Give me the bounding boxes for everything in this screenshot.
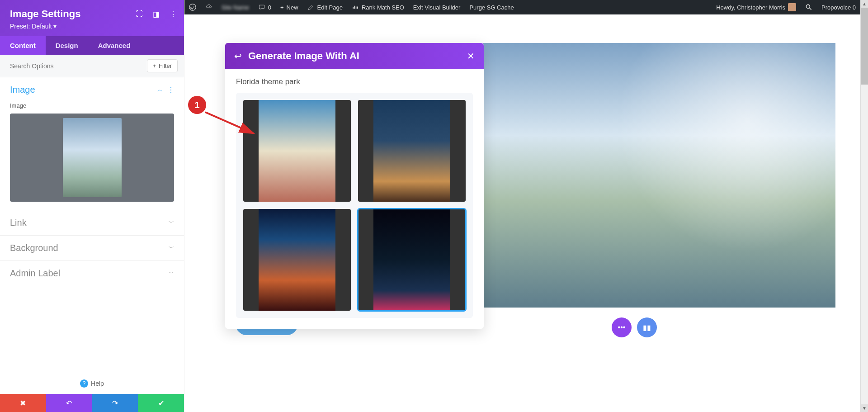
site-name-blurred[interactable]: Site Name	[217, 0, 254, 14]
chevron-up-icon: ︿	[157, 86, 163, 94]
results-grid	[236, 93, 473, 318]
purge-cache-link[interactable]: Purge SG Cache	[465, 0, 518, 14]
settings-panel: Image Settings Preset: Default ▾ ⛶ ◨ ⋮ C…	[0, 0, 184, 412]
redo-button[interactable]: ↷	[92, 394, 138, 412]
wordpress-icon	[189, 4, 196, 11]
propovoice-link[interactable]: Propovoice 0	[817, 0, 860, 14]
ai-generate-modal: ↩ Generate Image With AI ✕ Florida theme…	[225, 43, 484, 329]
comments-count: 0	[268, 4, 271, 11]
scroll-thumb[interactable]	[861, 8, 868, 85]
help-icon: ?	[80, 379, 88, 388]
wp-logo[interactable]	[184, 0, 201, 14]
save-button[interactable]: ✔	[138, 394, 184, 412]
search-toggle[interactable]	[801, 0, 817, 14]
search-input[interactable]	[10, 62, 147, 70]
hero-image[interactable]	[483, 43, 835, 308]
expand-icon[interactable]: ⛶	[136, 10, 143, 19]
dots-icon: •••	[618, 323, 626, 331]
discard-button[interactable]: ✖	[0, 394, 46, 412]
panel-header: Image Settings Preset: Default ▾ ⛶ ◨ ⋮	[0, 0, 184, 36]
comment-icon	[258, 4, 265, 11]
scroll-up-icon[interactable]: ▲	[861, 0, 868, 8]
tab-advanced[interactable]: Advanced	[88, 36, 141, 55]
section-image: Image ︿ ⋮ Image	[0, 77, 184, 210]
scroll-down-icon[interactable]: ▼	[861, 404, 868, 412]
result-image-4[interactable]	[358, 209, 466, 311]
svg-point-1	[807, 5, 810, 8]
sections-list: Image ︿ ⋮ Image Link﹀ Background﹀ Admin …	[0, 77, 184, 373]
image-field-label: Image	[10, 102, 174, 109]
modal-title: Generate Image With AI	[248, 50, 461, 62]
section-link-header[interactable]: Link﹀	[0, 210, 184, 235]
columns-icon[interactable]: ◨	[153, 10, 160, 19]
section-background-header[interactable]: Background﹀	[0, 236, 184, 260]
result-image-2[interactable]	[358, 100, 466, 202]
module-stats-button[interactable]: ▮▮	[637, 317, 657, 337]
rank-math-link[interactable]: Rank Math SEO	[347, 0, 409, 14]
plus-icon: +	[280, 4, 284, 11]
prompt-text: Florida theme park	[236, 77, 473, 86]
avatar	[788, 3, 796, 11]
panel-footer: ✖ ↶ ↷ ✔	[0, 394, 184, 412]
builder-canvas: Book Now ••• ▮▮ ↩ Generate Image With AI…	[184, 14, 860, 412]
section-admin-label-header[interactable]: Admin Label﹀	[0, 261, 184, 286]
new-link[interactable]: +New	[276, 0, 303, 14]
result-image-1[interactable]	[243, 100, 351, 202]
tab-design[interactable]: Design	[46, 36, 88, 55]
preset-selector[interactable]: Preset: Default ▾	[10, 23, 174, 30]
chevron-down-icon: ﹀	[169, 219, 174, 227]
vertical-scrollbar[interactable]: ▲ ▼	[860, 0, 868, 412]
result-image-3[interactable]	[243, 209, 351, 311]
modal-header: ↩ Generate Image With AI ✕	[225, 43, 484, 69]
close-icon: ✖	[20, 399, 26, 407]
howdy-user[interactable]: Howdy, Christopher Morris	[712, 0, 801, 14]
comments-link[interactable]: 0	[254, 0, 276, 14]
redo-icon: ↷	[112, 399, 118, 407]
filter-button[interactable]: +Filter	[147, 59, 178, 72]
dashboard-link[interactable]	[201, 0, 217, 14]
exit-builder-link[interactable]: Exit Visual Builder	[409, 0, 465, 14]
bars-icon	[352, 4, 359, 11]
undo-icon: ↶	[66, 399, 72, 407]
plus-icon: +	[153, 62, 156, 69]
chevron-down-icon: ﹀	[169, 244, 174, 252]
image-preview[interactable]	[10, 114, 174, 202]
edit-page-link[interactable]: Edit Page	[303, 0, 347, 14]
gauge-icon	[205, 4, 212, 11]
section-image-header[interactable]: Image ︿ ⋮	[0, 77, 184, 102]
back-button[interactable]: ↩	[234, 51, 242, 62]
help-link[interactable]: ?Help	[0, 373, 184, 394]
module-options-button[interactable]: •••	[612, 317, 632, 337]
bars-icon: ▮▮	[643, 323, 651, 332]
wp-admin-bar: Site Name 0 +New Edit Page Rank Math SEO…	[184, 0, 860, 14]
dots-icon[interactable]: ⋮	[167, 85, 174, 94]
tab-content[interactable]: Content	[0, 36, 46, 55]
undo-button[interactable]: ↶	[46, 394, 92, 412]
panel-tabs: Content Design Advanced	[0, 36, 184, 55]
chevron-down-icon: ﹀	[169, 270, 174, 277]
kebab-icon[interactable]: ⋮	[170, 10, 177, 19]
search-row: +Filter	[0, 55, 184, 77]
check-icon: ✔	[158, 399, 164, 407]
search-icon	[805, 4, 812, 11]
pencil-icon	[307, 4, 315, 11]
close-button[interactable]: ✕	[467, 51, 475, 62]
